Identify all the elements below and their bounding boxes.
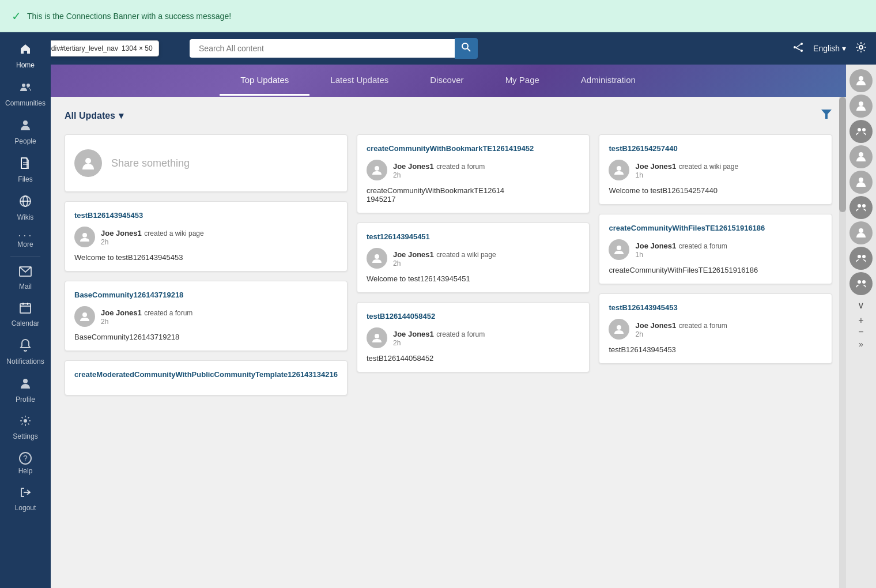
author-name: Joe Jones1 — [635, 242, 676, 250]
author-action: created a wiki page — [144, 229, 203, 238]
right-avatar-community-3[interactable] — [849, 247, 873, 270]
card-title: BaseCommunity126143719218 — [74, 291, 338, 299]
tab-top-updates[interactable]: Top Updates — [220, 66, 309, 96]
svg-rect-16 — [21, 158, 27, 168]
svg-point-41 — [858, 280, 861, 284]
tab-discover[interactable]: Discover — [409, 66, 484, 96]
all-updates-label: All Updates — [65, 111, 115, 121]
list-item: createCommunityWithBookmarkTE1261419452 … — [357, 134, 590, 213]
sidebar-item-wikis[interactable]: Wikis — [0, 189, 51, 227]
author-action: created a forum — [436, 330, 485, 338]
avatar — [609, 239, 629, 260]
author-name: Joe Jones1 — [101, 308, 142, 317]
sidebar-item-label: Mail — [19, 282, 32, 291]
sidebar-item-communities[interactable]: Communities — [0, 75, 51, 113]
author-time: 2h — [393, 259, 496, 267]
right-sidebar: ∨ + − » — [846, 65, 876, 588]
author-action: created a forum — [436, 163, 485, 171]
avatar — [367, 160, 387, 180]
sidebar-item-settings[interactable]: Settings — [0, 409, 51, 446]
right-avatar-community-4[interactable] — [849, 272, 873, 295]
author-action: created a forum — [679, 242, 727, 250]
search-input[interactable] — [190, 39, 455, 58]
svg-point-47 — [375, 166, 379, 171]
sidebar-item-calendar[interactable]: Calendar — [0, 296, 51, 333]
banner-text: This is the Connections Banner with a su… — [27, 12, 231, 21]
tooltip-text: div#tertiary_level_nav — [51, 44, 118, 52]
author-name: Joe Jones1 — [635, 162, 676, 171]
tab-my-page[interactable]: My Page — [485, 66, 560, 96]
notifications-icon — [20, 339, 31, 355]
expand-button[interactable]: » — [859, 340, 863, 349]
svg-point-39 — [858, 255, 861, 258]
card-body: createCommunityWithFilesTE126151916186 — [609, 266, 822, 274]
search-button[interactable] — [455, 38, 478, 59]
language-dropdown-icon: ▾ — [842, 44, 846, 53]
all-updates-button[interactable]: All Updates ▾ — [65, 110, 123, 121]
list-item: testB126143945453 Joe Jones1 created a f… — [599, 293, 832, 364]
list-item: createCommunityWithFilesTE126151916186 J… — [599, 214, 832, 284]
sidebar-item-files[interactable]: Files — [0, 151, 51, 189]
tab-administration[interactable]: Administration — [560, 66, 656, 96]
share-card[interactable]: Share something — [65, 134, 348, 192]
right-avatar-2[interactable] — [849, 95, 873, 118]
language-label: English — [813, 44, 840, 53]
scroll-track[interactable] — [839, 97, 846, 588]
right-avatar-5[interactable] — [849, 221, 873, 244]
right-avatar-4[interactable] — [849, 171, 873, 194]
tab-navigation: Top Updates Latest Updates Discover My P… — [0, 65, 876, 97]
scroll-down-indicator[interactable]: ∨ — [855, 297, 867, 313]
list-item: testB126144058452 Joe Jones1 created a f… — [357, 302, 590, 372]
sidebar-item-people[interactable]: People — [0, 113, 51, 151]
author-name: Joe Jones1 — [393, 330, 434, 338]
sidebar-item-more[interactable]: • • • More — [0, 227, 51, 254]
right-avatar-community-2[interactable] — [849, 196, 873, 219]
card-title: testB126144058452 — [367, 312, 580, 321]
main-content: All Updates ▾ Share something testB12614… — [51, 97, 846, 588]
right-avatar-1[interactable] — [849, 69, 873, 92]
sidebar-item-profile[interactable]: Profile — [0, 371, 51, 409]
card-title: createModeratedCommunityWithPublicCommun… — [74, 370, 338, 379]
sidebar-item-home[interactable]: Home — [0, 37, 51, 75]
settings-icon[interactable] — [855, 42, 867, 56]
svg-point-32 — [858, 128, 861, 131]
zoom-plus-button[interactable]: + — [858, 315, 863, 326]
cards-grid: Share something testB126143945453 Joe Jo… — [65, 134, 832, 395]
svg-point-49 — [375, 334, 379, 338]
avatar — [609, 160, 629, 180]
sidebar-item-label: Communities — [5, 99, 46, 107]
left-sidebar: Home Communities People — [0, 32, 51, 588]
filter-icon[interactable] — [821, 108, 832, 123]
app-header: ≡ div#tertiary_level_nav 1304 × 50 Engli… — [0, 32, 876, 65]
zoom-minus-button[interactable]: − — [858, 327, 863, 337]
author-time: 1h — [635, 251, 727, 259]
svg-rect-23 — [20, 304, 31, 313]
author-name: Joe Jones1 — [635, 321, 676, 330]
avatar — [74, 227, 95, 247]
card-author-row: Joe Jones1 created a wiki page 2h — [74, 227, 338, 247]
card-title: testB126143945453 — [74, 211, 338, 220]
author-time: 1h — [635, 171, 738, 179]
sidebar-item-notifications[interactable]: Notifications — [0, 333, 51, 371]
sidebar-item-label: Files — [18, 175, 32, 183]
sidebar-item-help[interactable]: ? Help — [0, 446, 51, 481]
people-icon — [19, 119, 32, 135]
list-item: createModeratedCommunityWithPublicCommun… — [65, 360, 348, 395]
svg-point-52 — [617, 325, 621, 330]
tab-latest-updates[interactable]: Latest Updates — [309, 66, 409, 96]
sidebar-item-logout[interactable]: Logout — [0, 481, 51, 518]
svg-point-42 — [862, 280, 866, 284]
svg-point-34 — [859, 152, 863, 157]
share-placeholder-text[interactable]: Share something — [111, 157, 190, 169]
logout-icon — [20, 487, 31, 502]
author-action: created a wiki page — [436, 251, 496, 259]
right-avatar-community-1[interactable] — [849, 120, 873, 143]
sidebar-item-mail[interactable]: Mail — [0, 259, 51, 296]
author-time: 2h — [101, 238, 204, 246]
scroll-thumb[interactable] — [839, 97, 846, 212]
language-selector[interactable]: English ▾ — [813, 44, 846, 53]
card-title: test126143945451 — [367, 232, 580, 241]
share-icon[interactable] — [792, 42, 804, 56]
right-avatar-3[interactable] — [849, 145, 873, 168]
author-name: Joe Jones1 — [101, 229, 142, 238]
